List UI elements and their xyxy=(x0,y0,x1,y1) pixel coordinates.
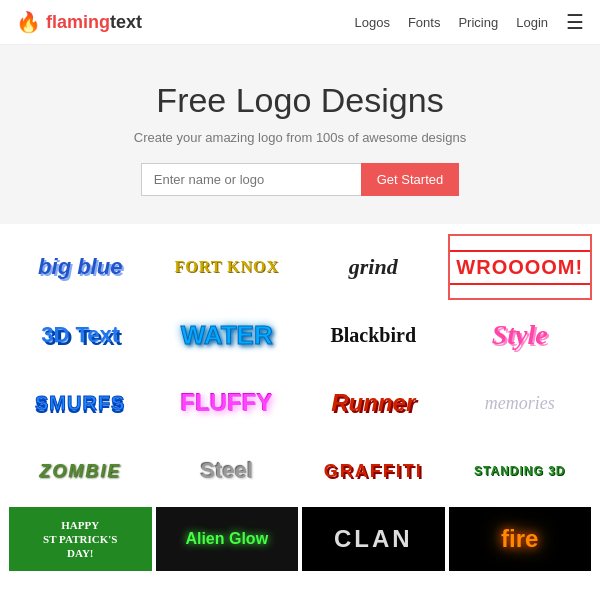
get-started-button[interactable]: Get Started xyxy=(361,163,459,196)
nav-logos[interactable]: Logos xyxy=(355,15,390,30)
nav-pricing[interactable]: Pricing xyxy=(458,15,498,30)
logo-graffiti[interactable]: GRAFFITI xyxy=(301,438,446,504)
logo-fire[interactable]: fire xyxy=(448,506,593,572)
logo-runner[interactable]: Runner xyxy=(301,370,446,436)
nav-links: Logos Fonts Pricing Login ☰ xyxy=(355,10,585,34)
flame-icon: 🔥 xyxy=(16,10,41,34)
logo-stpatrick[interactable]: HAPPYST PATRICK'SDAY! xyxy=(8,506,153,572)
search-input[interactable] xyxy=(141,163,361,196)
logo-bigblue[interactable]: big blue xyxy=(8,234,153,300)
logo-alienglow[interactable]: Alien Glow xyxy=(155,506,300,572)
logo-memories[interactable]: memories xyxy=(448,370,593,436)
brand-name: flamingtext xyxy=(46,12,142,33)
logo-steel[interactable]: Steel xyxy=(155,438,300,504)
logo-3dtext[interactable]: 3D Text xyxy=(8,302,153,368)
brand-logo[interactable]: 🔥 flamingtext xyxy=(16,10,142,34)
hamburger-icon[interactable]: ☰ xyxy=(566,10,584,34)
logo-blackbird[interactable]: Blackbird xyxy=(301,302,446,368)
hero-section: Free Logo Designs Create your amazing lo… xyxy=(0,45,600,224)
logo-standing3d[interactable]: STANDING 3D xyxy=(448,438,593,504)
nav-login[interactable]: Login xyxy=(516,15,548,30)
logo-grid: big blue FORT KNOX grind WROOOOM! 3D Tex… xyxy=(0,224,600,582)
logo-zombie[interactable]: ZOMBIE xyxy=(8,438,153,504)
logo-clan[interactable]: CLAN xyxy=(301,506,446,572)
hero-title: Free Logo Designs xyxy=(20,81,580,120)
search-bar: Get Started xyxy=(20,163,580,196)
logo-wroooom[interactable]: WROOOOM! xyxy=(448,234,593,300)
logo-grind[interactable]: grind xyxy=(301,234,446,300)
brand-flaming: flaming xyxy=(46,12,110,32)
header: 🔥 flamingtext Logos Fonts Pricing Login … xyxy=(0,0,600,45)
logo-water[interactable]: WATER xyxy=(155,302,300,368)
nav-fonts[interactable]: Fonts xyxy=(408,15,441,30)
logo-smurfs[interactable]: SMURFS xyxy=(8,370,153,436)
logo-style[interactable]: Style xyxy=(448,302,593,368)
logo-fluffy[interactable]: FLUFFY xyxy=(155,370,300,436)
logo-fortknox[interactable]: FORT KNOX xyxy=(155,234,300,300)
brand-text-part: text xyxy=(110,12,142,32)
hero-subtitle: Create your amazing logo from 100s of aw… xyxy=(20,130,580,145)
